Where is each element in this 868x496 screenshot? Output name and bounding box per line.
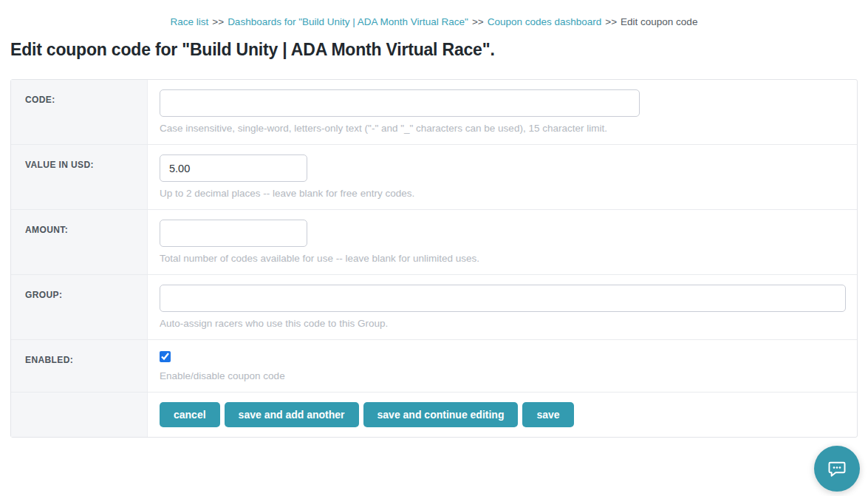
cancel-button[interactable]: cancel bbox=[160, 402, 220, 427]
save-and-add-another-button[interactable]: save and add another bbox=[225, 402, 359, 427]
field-label: AMOUNT: bbox=[25, 225, 68, 235]
breadcrumb-separator: >> bbox=[472, 16, 484, 27]
breadcrumb-separator: >> bbox=[212, 16, 224, 27]
form-row-enabled: ENABLED: Enable/disable coupon code bbox=[11, 339, 857, 392]
field-help-text: Total number of codes available for use … bbox=[160, 253, 845, 264]
field-label: GROUP: bbox=[25, 290, 62, 300]
field-label-cell: GROUP: bbox=[11, 275, 148, 339]
breadcrumb-link-1[interactable]: Dashboards for "Build Unity | ADA Month … bbox=[228, 16, 468, 27]
form-row-code: CODE: Case insensitive, single-word, let… bbox=[11, 80, 857, 144]
coupon-form: CODE: Case insensitive, single-word, let… bbox=[10, 79, 858, 438]
save-button[interactable]: save bbox=[522, 402, 573, 427]
value_in_usd-input[interactable] bbox=[160, 154, 307, 182]
field-help-text: Up to 2 decimal places -- leave blank fo… bbox=[160, 188, 845, 199]
field-content-cell: Total number of codes available for use … bbox=[148, 210, 857, 274]
field-label: VALUE IN USD: bbox=[25, 160, 94, 170]
page-title: Edit coupon code for "Build Unity | ADA … bbox=[10, 40, 858, 60]
chat-fab-button[interactable] bbox=[814, 446, 860, 492]
code-input[interactable] bbox=[160, 89, 640, 117]
amount-input[interactable] bbox=[160, 220, 307, 247]
field-content-cell: Case insensitive, single-word, letters-o… bbox=[148, 80, 857, 144]
form-buttons-row: cancelsave and add anothersave and conti… bbox=[11, 392, 857, 437]
breadcrumb-current: Edit coupon code bbox=[621, 16, 697, 27]
form-row-value_in_usd: VALUE IN USD: Up to 2 decimal places -- … bbox=[11, 144, 857, 209]
field-label-cell: AMOUNT: bbox=[11, 210, 148, 274]
field-label-cell: VALUE IN USD: bbox=[11, 145, 148, 209]
chat-bubble-icon bbox=[827, 458, 847, 479]
breadcrumb-link-0[interactable]: Race list bbox=[171, 16, 209, 27]
breadcrumb-link-2[interactable]: Coupon codes dashboard bbox=[488, 16, 602, 27]
field-help-text: Auto-assign racers who use this code to … bbox=[160, 318, 846, 329]
buttons-cell: cancelsave and add anothersave and conti… bbox=[148, 393, 857, 437]
field-content-cell: Up to 2 decimal places -- leave blank fo… bbox=[148, 145, 857, 209]
save-and-continue-editing-button[interactable]: save and continue editing bbox=[363, 402, 519, 427]
field-label: ENABLED: bbox=[25, 355, 73, 365]
field-content-cell: Auto-assign racers who use this code to … bbox=[148, 275, 858, 339]
field-label-cell: CODE: bbox=[11, 80, 148, 144]
buttons-label-cell bbox=[11, 393, 148, 437]
field-label: CODE: bbox=[25, 95, 55, 105]
form-row-group: GROUP: Auto-assign racers who use this c… bbox=[11, 274, 857, 339]
breadcrumb-separator: >> bbox=[605, 16, 617, 27]
field-help-text: Enable/disable coupon code bbox=[160, 370, 845, 381]
form-row-amount: AMOUNT: Total number of codes available … bbox=[11, 209, 857, 274]
enabled-checkbox[interactable] bbox=[160, 351, 171, 362]
group-input[interactable] bbox=[160, 285, 846, 312]
field-label-cell: ENABLED: bbox=[11, 340, 148, 392]
field-content-cell: Enable/disable coupon code bbox=[148, 340, 857, 392]
field-help-text: Case insensitive, single-word, letters-o… bbox=[160, 123, 845, 134]
breadcrumb: Race list>>Dashboards for "Build Unity |… bbox=[0, 0, 868, 27]
